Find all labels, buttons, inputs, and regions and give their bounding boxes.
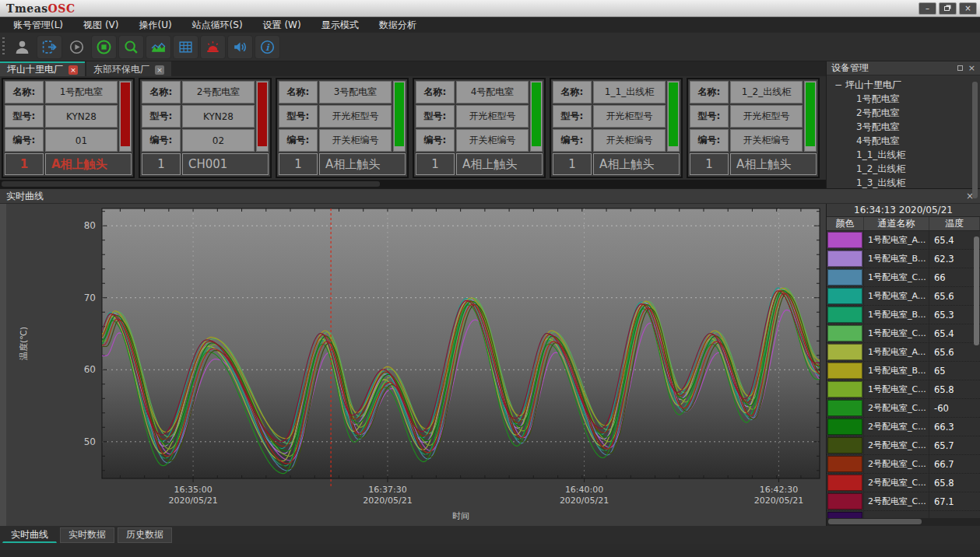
color-swatch xyxy=(827,419,862,435)
channel-name: A相上触头 xyxy=(45,153,132,175)
menu-item[interactable]: 站点循环(S) xyxy=(182,19,253,32)
tree-item[interactable]: 1号配电室 xyxy=(827,92,980,106)
serial-value: 开关柜编号 xyxy=(319,129,392,152)
channel-row[interactable]: 2号配电室_C... 65.8 xyxy=(827,474,980,492)
channel-name-cell: 1号配电室_B... xyxy=(864,250,929,268)
column-color[interactable]: 颜色 xyxy=(827,217,864,230)
device-card[interactable]: 名称: 1_1_出线柜 型号: 开光柜型号 编号: 开关柜编号 1 A相上触头 xyxy=(550,78,683,178)
tab-close-icon[interactable]: × xyxy=(68,65,78,75)
menu-item[interactable]: 账号管理(L) xyxy=(3,19,73,32)
view-tab[interactable]: 实时曲线 xyxy=(2,527,57,543)
curve-view-button[interactable] xyxy=(146,35,171,59)
channel-row[interactable]: 1号配电室_B... 65.3 xyxy=(827,306,980,324)
tree-root-label: 坪山十里电厂 xyxy=(845,79,901,90)
channel-row[interactable] xyxy=(827,511,980,518)
device-card[interactable]: 名称: 1号配电室 型号: KYN28 编号: 01 1 A相上触头 xyxy=(2,78,135,178)
tree-item[interactable]: 1_1_出线柜 xyxy=(827,148,980,162)
channel-row: 1 A相上触头 xyxy=(279,153,406,175)
cards-horizontal-scrollbar[interactable] xyxy=(0,180,826,188)
sound-button[interactable] xyxy=(227,35,253,59)
tree-scrollbar[interactable] xyxy=(972,82,978,198)
channel-row: 1 A相上触头 xyxy=(416,153,543,175)
channel-row[interactable]: 2号配电室_C... 66.7 xyxy=(827,455,980,474)
tree-item[interactable]: 4号配电室 xyxy=(827,134,980,148)
view-tab[interactable]: 实时数据 xyxy=(60,527,114,543)
channel-row[interactable]: 2号配电室_C... 67.1 xyxy=(827,492,980,511)
channel-name: CH001 xyxy=(182,153,269,175)
column-name[interactable]: 通道名称 xyxy=(864,217,929,230)
collapse-icon[interactable]: − xyxy=(834,78,845,92)
column-temp[interactable]: 温度 xyxy=(929,217,980,230)
channel-row[interactable]: 2号配电室_C... 66.3 xyxy=(827,418,980,436)
model-value: 开光柜型号 xyxy=(730,105,803,128)
device-card[interactable]: 名称: 2号配电室 型号: KYN28 编号: 02 1 CH001 xyxy=(139,78,272,178)
tree-item[interactable]: 2号配电室 xyxy=(827,106,980,120)
channel-color-cell xyxy=(827,399,864,417)
tree-item[interactable]: 1_3_出线柜 xyxy=(827,176,980,190)
device-card-info: 名称: 1_1_出线柜 型号: 开光柜型号 编号: 开关柜编号 xyxy=(553,81,680,152)
model-label: 型号: xyxy=(416,105,455,128)
logout-button[interactable] xyxy=(37,35,62,59)
alarm-button[interactable] xyxy=(200,35,226,59)
scrollbar-thumb[interactable] xyxy=(2,181,380,187)
toolbar-drag-handle[interactable] xyxy=(2,37,5,56)
channel-row[interactable]: 1号配电室_B... 65 xyxy=(827,362,980,380)
device-card[interactable]: 名称: 3号配电室 型号: 开光柜型号 编号: 开关柜编号 1 A相上触头 xyxy=(276,78,409,178)
restore-button[interactable] xyxy=(939,2,957,15)
device-card[interactable]: 名称: 4号配电室 型号: 开光柜型号 编号: 开关柜编号 1 A相上触头 xyxy=(413,78,546,178)
device-card[interactable]: 名称: 1_2_出线柜 型号: 开光柜型号 编号: 开关柜编号 1 A相上触头 xyxy=(687,78,820,178)
menu-item[interactable]: 设置 (W) xyxy=(253,19,311,32)
channel-row[interactable]: 1号配电室_A... 65.6 xyxy=(827,343,980,362)
channel-row[interactable]: 2号配电室_C... -60 xyxy=(827,399,980,418)
color-swatch xyxy=(827,232,862,248)
status-bar xyxy=(530,81,543,152)
channel-row[interactable]: 1号配电室_C... 65.4 xyxy=(827,324,980,343)
record-button[interactable] xyxy=(91,35,117,59)
channel-name: A相上触头 xyxy=(456,153,543,175)
pin-icon[interactable] xyxy=(957,65,963,71)
channel-temp-cell: 62.3 xyxy=(929,250,980,268)
channel-row[interactable]: 1号配电室_A... 65.4 xyxy=(827,231,980,250)
curve-panel-header: 实时曲线 × xyxy=(0,189,980,204)
channel-row[interactable]: 1号配电室_C... 66 xyxy=(827,268,980,287)
minimize-button[interactable]: – xyxy=(919,2,936,15)
channel-temp-cell: -60 xyxy=(929,399,980,417)
serial-label: 编号: xyxy=(690,129,729,152)
search-button[interactable] xyxy=(118,35,144,59)
serial-label: 编号: xyxy=(553,129,592,152)
user-icon xyxy=(14,39,30,55)
menu-item[interactable]: 显示模式 xyxy=(311,19,369,32)
tab-close-icon[interactable]: × xyxy=(155,65,164,75)
temperature-chart[interactable]: 5060708016:35:002020/05/2116:37:302020/0… xyxy=(0,204,826,526)
menu-item[interactable]: 数据分析 xyxy=(369,19,427,32)
menu-item[interactable]: 操作(U) xyxy=(128,19,181,32)
channel-row[interactable]: 1号配电室_A... 65.6 xyxy=(827,287,980,306)
station-tab[interactable]: 东部环保电厂 × xyxy=(86,61,171,76)
channel-row[interactable]: 2号配电室_C... 65.7 xyxy=(827,436,980,455)
status-bar-fill xyxy=(258,82,267,146)
readout-horizontal-scrollbar[interactable] xyxy=(827,518,980,526)
channel-row[interactable]: 1号配电室_C... 65.8 xyxy=(827,380,980,399)
close-button[interactable]: × xyxy=(959,2,977,15)
about-button[interactable]: i xyxy=(255,35,280,59)
tree-item[interactable]: 3号配电室 xyxy=(827,120,980,134)
view-tab[interactable]: 历史数据 xyxy=(118,527,172,543)
model-label: 型号: xyxy=(553,105,592,128)
tree-root-node[interactable]: −坪山十里电厂 xyxy=(827,78,980,92)
color-swatch xyxy=(827,400,862,416)
menu-item[interactable]: 视图 (V) xyxy=(73,19,128,32)
panel-close-icon[interactable]: × xyxy=(968,65,975,72)
data-table-button[interactable] xyxy=(173,35,198,59)
status-bar-fill xyxy=(669,82,678,146)
scrollbar-thumb[interactable] xyxy=(828,519,922,524)
status-bar-fill xyxy=(532,82,541,146)
device-manager-title: 设备管理 xyxy=(831,61,869,75)
play-button[interactable] xyxy=(64,35,90,59)
readout-vertical-scrollbar[interactable] xyxy=(974,236,979,345)
user-button[interactable] xyxy=(9,35,35,59)
station-tab[interactable]: 坪山十里电厂 × xyxy=(0,61,85,76)
tree-item[interactable]: 1_2_出线柜 xyxy=(827,162,980,176)
channel-row[interactable]: 1号配电室_B... 62.3 xyxy=(827,250,980,268)
svg-text:60: 60 xyxy=(84,364,96,375)
status-bar-fill xyxy=(395,82,404,146)
